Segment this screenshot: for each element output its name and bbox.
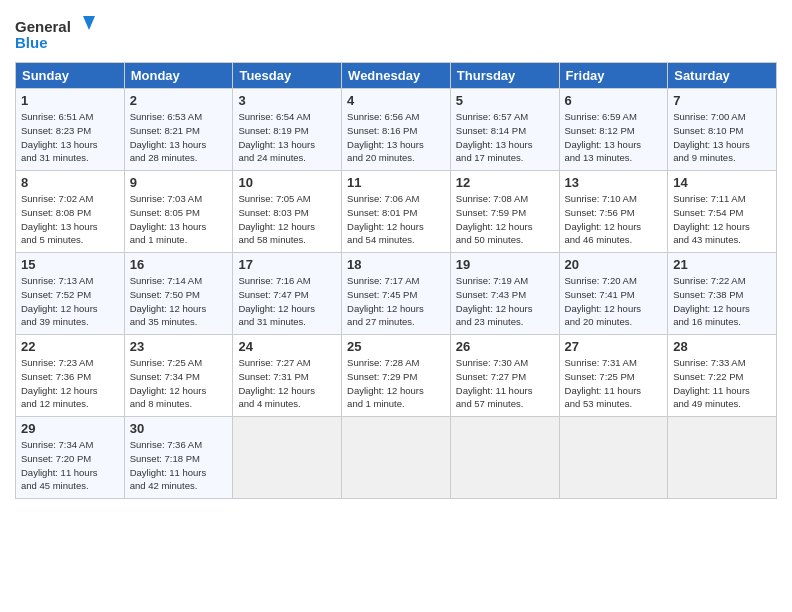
svg-marker-2 — [83, 16, 95, 30]
svg-text:General: General — [15, 18, 71, 35]
calendar-empty — [233, 417, 342, 499]
header-day-wednesday: Wednesday — [342, 63, 451, 89]
header-day-thursday: Thursday — [450, 63, 559, 89]
calendar-day-5: 5Sunrise: 6:57 AMSunset: 8:14 PMDaylight… — [450, 89, 559, 171]
calendar-week-5: 29Sunrise: 7:34 AMSunset: 7:20 PMDayligh… — [16, 417, 777, 499]
calendar-day-15: 15Sunrise: 7:13 AMSunset: 7:52 PMDayligh… — [16, 253, 125, 335]
calendar-empty — [342, 417, 451, 499]
calendar-week-1: 1Sunrise: 6:51 AMSunset: 8:23 PMDaylight… — [16, 89, 777, 171]
calendar-day-6: 6Sunrise: 6:59 AMSunset: 8:12 PMDaylight… — [559, 89, 668, 171]
logo: General Blue — [15, 16, 95, 58]
header-day-sunday: Sunday — [16, 63, 125, 89]
calendar-day-28: 28Sunrise: 7:33 AMSunset: 7:22 PMDayligh… — [668, 335, 777, 417]
calendar-day-16: 16Sunrise: 7:14 AMSunset: 7:50 PMDayligh… — [124, 253, 233, 335]
calendar-day-8: 8Sunrise: 7:02 AMSunset: 8:08 PMDaylight… — [16, 171, 125, 253]
calendar-day-30: 30Sunrise: 7:36 AMSunset: 7:18 PMDayligh… — [124, 417, 233, 499]
calendar-day-1: 1Sunrise: 6:51 AMSunset: 8:23 PMDaylight… — [16, 89, 125, 171]
calendar-week-3: 15Sunrise: 7:13 AMSunset: 7:52 PMDayligh… — [16, 253, 777, 335]
calendar-day-11: 11Sunrise: 7:06 AMSunset: 8:01 PMDayligh… — [342, 171, 451, 253]
calendar-day-4: 4Sunrise: 6:56 AMSunset: 8:16 PMDaylight… — [342, 89, 451, 171]
page-container: General Blue SundayMondayTuesdayWednesda… — [0, 0, 792, 509]
calendar-body: 1Sunrise: 6:51 AMSunset: 8:23 PMDaylight… — [16, 89, 777, 499]
calendar-table: SundayMondayTuesdayWednesdayThursdayFrid… — [15, 62, 777, 499]
calendar-day-2: 2Sunrise: 6:53 AMSunset: 8:21 PMDaylight… — [124, 89, 233, 171]
calendar-day-3: 3Sunrise: 6:54 AMSunset: 8:19 PMDaylight… — [233, 89, 342, 171]
calendar-day-14: 14Sunrise: 7:11 AMSunset: 7:54 PMDayligh… — [668, 171, 777, 253]
calendar-day-23: 23Sunrise: 7:25 AMSunset: 7:34 PMDayligh… — [124, 335, 233, 417]
calendar-day-18: 18Sunrise: 7:17 AMSunset: 7:45 PMDayligh… — [342, 253, 451, 335]
calendar-day-17: 17Sunrise: 7:16 AMSunset: 7:47 PMDayligh… — [233, 253, 342, 335]
calendar-day-12: 12Sunrise: 7:08 AMSunset: 7:59 PMDayligh… — [450, 171, 559, 253]
calendar-empty — [559, 417, 668, 499]
calendar-day-10: 10Sunrise: 7:05 AMSunset: 8:03 PMDayligh… — [233, 171, 342, 253]
calendar-day-29: 29Sunrise: 7:34 AMSunset: 7:20 PMDayligh… — [16, 417, 125, 499]
header: General Blue — [15, 10, 777, 58]
logo-svg: General Blue — [15, 16, 95, 58]
calendar-week-2: 8Sunrise: 7:02 AMSunset: 8:08 PMDaylight… — [16, 171, 777, 253]
calendar-day-25: 25Sunrise: 7:28 AMSunset: 7:29 PMDayligh… — [342, 335, 451, 417]
calendar-day-20: 20Sunrise: 7:20 AMSunset: 7:41 PMDayligh… — [559, 253, 668, 335]
calendar-day-27: 27Sunrise: 7:31 AMSunset: 7:25 PMDayligh… — [559, 335, 668, 417]
svg-text:Blue: Blue — [15, 34, 48, 51]
header-day-friday: Friday — [559, 63, 668, 89]
calendar-day-21: 21Sunrise: 7:22 AMSunset: 7:38 PMDayligh… — [668, 253, 777, 335]
header-day-monday: Monday — [124, 63, 233, 89]
calendar-day-7: 7Sunrise: 7:00 AMSunset: 8:10 PMDaylight… — [668, 89, 777, 171]
calendar-day-9: 9Sunrise: 7:03 AMSunset: 8:05 PMDaylight… — [124, 171, 233, 253]
calendar-header-row: SundayMondayTuesdayWednesdayThursdayFrid… — [16, 63, 777, 89]
calendar-empty — [668, 417, 777, 499]
calendar-week-4: 22Sunrise: 7:23 AMSunset: 7:36 PMDayligh… — [16, 335, 777, 417]
calendar-day-13: 13Sunrise: 7:10 AMSunset: 7:56 PMDayligh… — [559, 171, 668, 253]
calendar-empty — [450, 417, 559, 499]
calendar-day-26: 26Sunrise: 7:30 AMSunset: 7:27 PMDayligh… — [450, 335, 559, 417]
calendar-day-22: 22Sunrise: 7:23 AMSunset: 7:36 PMDayligh… — [16, 335, 125, 417]
header-day-saturday: Saturday — [668, 63, 777, 89]
calendar-day-19: 19Sunrise: 7:19 AMSunset: 7:43 PMDayligh… — [450, 253, 559, 335]
calendar-day-24: 24Sunrise: 7:27 AMSunset: 7:31 PMDayligh… — [233, 335, 342, 417]
header-day-tuesday: Tuesday — [233, 63, 342, 89]
